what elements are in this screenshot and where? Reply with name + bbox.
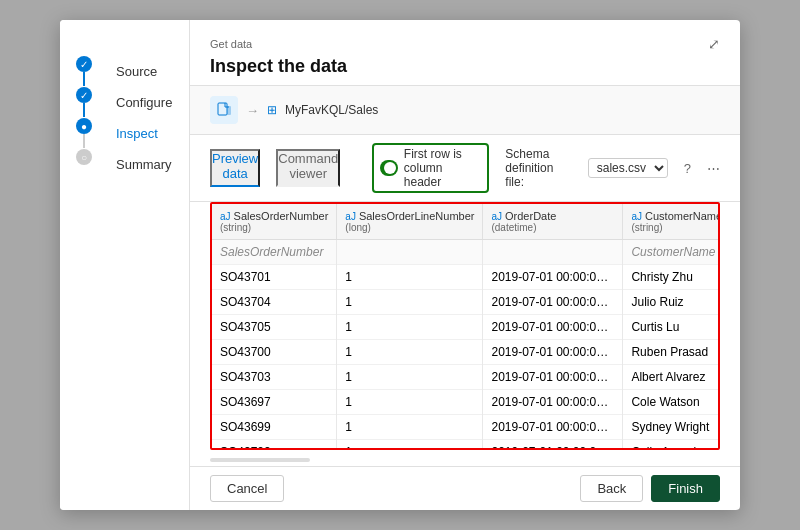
table-row: SO4370012019-07-01 00:00:00.0000Ruben Pr… bbox=[212, 340, 720, 365]
table-row: SO4369712019-07-01 00:00:00.0000Cole Wat… bbox=[212, 390, 720, 415]
data-table-container[interactable]: aJSalesOrderNumber (string) aJSalesOrder… bbox=[210, 202, 720, 450]
cancel-button[interactable]: Cancel bbox=[210, 475, 284, 502]
step-connector-1 bbox=[83, 72, 85, 86]
step-dot-inspect: ● bbox=[76, 118, 92, 134]
first-row-toggle-group: First row is column header bbox=[372, 143, 489, 193]
step-row-configure: ✓ Configure bbox=[76, 87, 173, 118]
col-header-salesorderlinenumber: aJSalesOrderLineNumber (long) bbox=[337, 204, 483, 240]
step-dot-source: ✓ bbox=[76, 56, 92, 72]
file-icon bbox=[210, 96, 238, 124]
step-row-inspect: ● Inspect bbox=[76, 118, 173, 149]
table-row: SO4370312019-07-01 00:00:00.0000Albert A… bbox=[212, 365, 720, 390]
sidebar-item-inspect[interactable]: Inspect bbox=[100, 118, 174, 149]
tab-command-viewer[interactable]: Command viewer bbox=[276, 149, 340, 187]
table-row: SO4370512019-07-01 00:00:00.0000Curtis L… bbox=[212, 315, 720, 340]
table-row: SO4370412019-07-01 00:00:00.0000Julio Ru… bbox=[212, 290, 720, 315]
help-icon[interactable]: ? bbox=[684, 161, 691, 176]
inspect-label: Inspect bbox=[116, 126, 158, 141]
dialog-backdrop: ✓ Source ✓ Configure bbox=[0, 0, 800, 530]
database-icon: ⊞ bbox=[267, 103, 277, 117]
configure-label: Configure bbox=[116, 95, 172, 110]
svg-rect-1 bbox=[227, 106, 231, 115]
more-options-icon[interactable]: ⋯ bbox=[707, 161, 720, 176]
table-body: SalesOrderNumberCustomerNameEmailAddress… bbox=[212, 240, 720, 451]
summary-label: Summary bbox=[116, 157, 172, 172]
table-row: SO4370112019-07-01 00:00:00.0000Christy … bbox=[212, 265, 720, 290]
sidebar-item-source[interactable]: Source bbox=[100, 56, 173, 87]
first-row-toggle[interactable] bbox=[380, 160, 398, 176]
data-table: aJSalesOrderNumber (string) aJSalesOrder… bbox=[212, 204, 720, 450]
footer: Cancel Back Finish bbox=[190, 466, 740, 510]
svg-rect-0 bbox=[218, 103, 227, 115]
step-connector-2 bbox=[83, 103, 85, 117]
col-header-salesordernumber: aJSalesOrderNumber (string) bbox=[212, 204, 337, 240]
col-header-customername: aJCustomerName (string) bbox=[623, 204, 720, 240]
col-header-orderdate: aJOrderDate (datetime) bbox=[483, 204, 623, 240]
source-label: Source bbox=[116, 64, 157, 79]
finish-button[interactable]: Finish bbox=[651, 475, 720, 502]
expand-icon[interactable]: ⤢ bbox=[708, 36, 720, 52]
page-title: Inspect the data bbox=[210, 56, 720, 77]
dialog: ✓ Source ✓ Configure bbox=[60, 20, 740, 510]
main-content: Get data ⤢ Inspect the data → ⊞ MyFavKQL… bbox=[190, 20, 740, 510]
schema-file-select[interactable]: sales.csv bbox=[588, 158, 668, 178]
main-header: Get data ⤢ Inspect the data bbox=[190, 20, 740, 86]
toggle-label: First row is column header bbox=[404, 147, 482, 189]
schema-definition-label: Schema definition file: bbox=[505, 147, 571, 189]
sidebar-item-summary[interactable]: Summary bbox=[100, 149, 188, 180]
step-dot-summary: ○ bbox=[76, 149, 92, 165]
tab-preview-data[interactable]: Preview data bbox=[210, 149, 260, 187]
toolbar: Preview data Command viewer First row is… bbox=[190, 135, 740, 202]
table-row: SO4370212019-07-01 00:00:00.0000Colin An… bbox=[212, 440, 720, 451]
sidebar: ✓ Source ✓ Configure bbox=[60, 20, 190, 510]
table-header-row: aJSalesOrderNumber (string) aJSalesOrder… bbox=[212, 204, 720, 240]
horizontal-scrollbar[interactable] bbox=[210, 458, 310, 462]
table-row-header-values: SalesOrderNumberCustomerNameEmailAddress bbox=[212, 240, 720, 265]
step-row-source: ✓ Source bbox=[76, 56, 173, 87]
step-row-summary: ○ Summary bbox=[76, 149, 173, 180]
back-button[interactable]: Back bbox=[580, 475, 643, 502]
step-dot-configure: ✓ bbox=[76, 87, 92, 103]
path-arrow: → bbox=[246, 103, 259, 118]
source-path-bar: → ⊞ MyFavKQL/Sales bbox=[190, 86, 740, 135]
step-connector-3 bbox=[83, 134, 85, 148]
table-row: SO4369912019-07-01 00:00:00.0000Sydney W… bbox=[212, 415, 720, 440]
source-path-text: MyFavKQL/Sales bbox=[285, 103, 378, 117]
sidebar-steps: ✓ Source ✓ Configure bbox=[60, 40, 189, 196]
dialog-title: Get data bbox=[210, 38, 252, 50]
sidebar-item-configure[interactable]: Configure bbox=[100, 87, 188, 118]
